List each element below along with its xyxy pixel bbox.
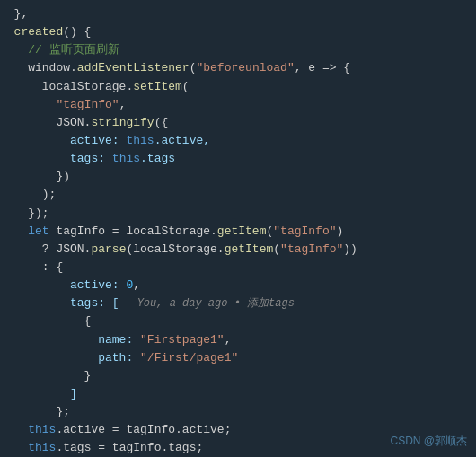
token: ({ (154, 116, 169, 129)
token: () { (63, 25, 91, 39)
token: ) (337, 224, 344, 238)
token: tags: [ (0, 296, 119, 310)
code-line: } (0, 367, 476, 385)
code-line: JSON.stringify({ (0, 114, 476, 132)
code-line: let tagInfo = localStorage.getItem("tagI… (0, 223, 476, 241)
token: getItem (225, 242, 274, 256)
token: let (28, 224, 48, 238)
line-content: let tagInfo = localStorage.getItem("tagI… (0, 223, 469, 241)
token (0, 423, 28, 436)
line-content: path: "/First/page1" (0, 349, 469, 367)
token: tags: (0, 152, 112, 165)
line-content: window.addEventListener("beforeunload", … (0, 59, 469, 77)
code-line: { (0, 312, 476, 330)
token: , (225, 333, 232, 347)
token: this (112, 152, 140, 165)
token: path: (0, 351, 140, 365)
token: .active, (154, 134, 210, 147)
code-line: active: this.active, (0, 132, 476, 150)
token: } (0, 369, 91, 382)
token: setItem (133, 80, 182, 93)
token: this (28, 423, 56, 436)
token: }) (0, 170, 70, 183)
code-line: tags: this.tags (0, 150, 476, 168)
code-line: }); (0, 205, 476, 223)
code-line: }) (0, 168, 476, 186)
token: { (0, 314, 91, 328)
git-blame-tooltip: You, a day ago • 添加tags (137, 295, 295, 312)
code-line: name: "Firstpage1", (0, 331, 476, 349)
code-line: active: 0, (0, 277, 476, 294)
code-line: }, (0, 5, 476, 23)
code-line: }; (0, 403, 476, 421)
code-line: window.addEventListener("beforeunload", … (0, 59, 476, 77)
token: addEventListener (77, 61, 190, 75)
code-line: "tagInfo", (0, 96, 476, 114)
token: : { (0, 260, 63, 274)
token: localStorage. (0, 80, 133, 93)
line-content: ); (0, 186, 469, 204)
token: active: (0, 278, 126, 292)
line-content: name: "Firstpage1", (0, 331, 469, 349)
line-content: JSON.stringify({ (0, 114, 469, 132)
token: "tagInfo" (56, 98, 119, 111)
line-content: tags: [You, a day ago • 添加tags (0, 294, 469, 312)
token: getItem (217, 224, 267, 238)
token: ); (0, 188, 56, 201)
token: .tags (140, 152, 175, 165)
token: , e => { (295, 61, 350, 75)
code-line: localStorage.setItem( (0, 78, 476, 96)
code-line: path: "/First/page1" (0, 349, 476, 367)
token: ] (0, 387, 77, 400)
token (0, 224, 28, 238)
token: , (133, 278, 140, 292)
line-content: ] (0, 385, 469, 403)
line-content: active: this.active, (0, 132, 469, 150)
line-content: } (0, 367, 469, 385)
token: ( (182, 80, 190, 93)
token: // 监听页面刷新 (28, 43, 119, 57)
watermark: CSDN @郭顺杰 (390, 433, 467, 450)
line-content: : { (0, 259, 469, 277)
token: (localStorage. (126, 242, 224, 256)
token: "Firstpage1" (140, 333, 225, 347)
token: "beforeunload" (196, 61, 294, 75)
token: ( (273, 242, 280, 256)
token: this (28, 441, 56, 454)
line-content: localStorage.setItem( (0, 78, 469, 96)
token: , (119, 98, 127, 111)
token (0, 441, 28, 454)
line-content: "tagInfo", (0, 96, 469, 114)
line-content: }); (0, 205, 469, 223)
line-content: }, (0, 5, 469, 23)
token: stringify (91, 116, 154, 129)
line-content: // 监听页面刷新 (0, 41, 469, 59)
token: ? JSON. (0, 242, 91, 256)
code-line: ); (0, 186, 476, 204)
token: this (126, 134, 154, 147)
code-container: }, created() { // 监听页面刷新 window.addEvent… (0, 0, 476, 457)
token: parse (91, 242, 126, 256)
token: tagInfo = localStorage. (49, 224, 217, 238)
token: name: (0, 333, 140, 347)
token: JSON. (0, 116, 91, 129)
token: .tags = tagInfo.tags; (56, 441, 203, 454)
token (0, 43, 28, 57)
line-content: active: 0, (0, 277, 469, 294)
code-line: created() { (0, 23, 476, 41)
code-line: // 监听页面刷新 (0, 41, 476, 59)
line-content: created() { (0, 23, 469, 41)
token: .active = tagInfo.active; (56, 423, 231, 436)
token: }, (0, 7, 28, 21)
line-content: ? JSON.parse(localStorage.getItem("tagIn… (0, 241, 469, 259)
token (0, 98, 56, 111)
token: )) (343, 242, 357, 256)
token: }; (0, 405, 70, 418)
token: created (14, 25, 64, 39)
token: }); (0, 207, 49, 220)
code-line: ] (0, 385, 476, 403)
line-content: }) (0, 168, 469, 186)
line-content: tags: this.tags (0, 150, 469, 168)
code-line: tags: [You, a day ago • 添加tags (0, 294, 476, 312)
code-line: : { (0, 259, 476, 277)
